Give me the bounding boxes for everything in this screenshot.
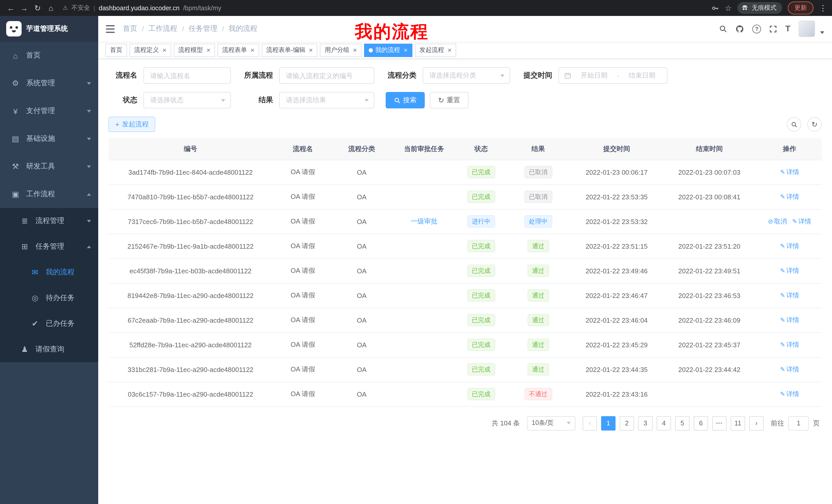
- help-icon[interactable]: ?: [752, 24, 761, 33]
- detail-link[interactable]: ✎详情: [780, 193, 799, 200]
- page-button-6[interactable]: 6: [694, 416, 708, 430]
- cell-category: OA: [333, 209, 390, 234]
- github-icon[interactable]: [735, 24, 744, 33]
- back-icon[interactable]: ←: [4, 1, 18, 15]
- incognito-badge[interactable]: 无痕模式: [737, 2, 782, 14]
- category-placeholder: 请选择流程分类: [430, 71, 476, 80]
- current-task-link[interactable]: 一级审批: [411, 217, 437, 225]
- page-button-1[interactable]: 1: [601, 416, 616, 430]
- tab-首页[interactable]: 首页: [105, 44, 127, 57]
- sidebar-item-任务管理[interactable]: ⊞任务管理: [0, 234, 98, 259]
- toolbar-search-icon[interactable]: [787, 117, 801, 132]
- tab-流程表单-编辑[interactable]: 流程表单-编辑×: [262, 44, 317, 57]
- more-pages-button[interactable]: •••: [712, 416, 727, 430]
- page-button-11[interactable]: 11: [731, 416, 745, 430]
- content: 流程名 所属流程 流程分类 请选择流程分类: [98, 59, 832, 504]
- tab-close-icon[interactable]: ×: [162, 47, 166, 53]
- toolbar-refresh-icon[interactable]: ↻: [807, 117, 822, 132]
- process-name-input[interactable]: [144, 67, 231, 84]
- result-select[interactable]: 请选择流结果: [279, 92, 374, 108]
- caret-down-icon[interactable]: [820, 31, 824, 34]
- tab-close-icon[interactable]: ×: [251, 47, 254, 53]
- breadcrumb-item[interactable]: 首页: [123, 24, 137, 33]
- prev-page-button[interactable]: ‹: [582, 416, 597, 430]
- page-button-3[interactable]: 3: [638, 416, 653, 430]
- key-icon[interactable]: [711, 4, 719, 12]
- logo-image: [6, 21, 22, 36]
- hamburger-icon[interactable]: [106, 25, 115, 33]
- sidebar-item-我的流程[interactable]: ✉我的流程: [0, 259, 98, 285]
- sidebar-item-支付管理[interactable]: ¥支付管理: [0, 97, 98, 125]
- detail-link[interactable]: ✎详情: [780, 291, 799, 299]
- sidebar-item-label: 支付管理: [26, 106, 55, 116]
- goto-page-input[interactable]: [788, 416, 809, 430]
- tab-流程表单[interactable]: 流程表单×: [217, 44, 259, 57]
- detail-link[interactable]: ✎详情: [780, 390, 799, 397]
- success-tag: 已完成: [467, 264, 495, 277]
- detail-link[interactable]: ✎详情: [780, 168, 799, 175]
- sidebar-item-已办任务[interactable]: ✔已办任务: [0, 311, 98, 337]
- update-button[interactable]: 更新: [788, 2, 813, 15]
- sidebar-item-研发工具[interactable]: ⚒研发工具: [0, 152, 98, 180]
- tab-用户分组[interactable]: 用户分组×: [320, 44, 362, 57]
- sidebar-item-首页[interactable]: ⌂首页: [0, 41, 98, 69]
- page-button-2[interactable]: 2: [620, 416, 634, 430]
- table-header-row: 编号流程名流程分类当前审批任务状态结果提交时间结束时间操作: [108, 138, 822, 160]
- reset-button[interactable]: ↻ 重置: [430, 92, 468, 108]
- submit-time-range-picker[interactable]: 开始日期 - 结束日期: [558, 67, 668, 84]
- header-search-icon[interactable]: [719, 25, 727, 33]
- cell-status: 已完成: [458, 308, 504, 332]
- goto-unit: 页: [813, 418, 820, 428]
- gear-icon: ⚙: [10, 79, 21, 88]
- next-page-button[interactable]: ›: [749, 416, 763, 430]
- page-button-4[interactable]: 4: [657, 416, 671, 430]
- sidebar-item-系统管理[interactable]: ⚙系统管理: [0, 69, 98, 97]
- avatar[interactable]: [799, 21, 815, 37]
- app-logo[interactable]: 芋道管理系统: [0, 16, 98, 41]
- tab-close-icon[interactable]: ×: [309, 47, 313, 53]
- tab-close-icon[interactable]: ×: [404, 47, 408, 53]
- fullscreen-icon[interactable]: [769, 25, 777, 33]
- sidebar-item-待办任务[interactable]: ◎待办任务: [0, 285, 98, 311]
- sidebar-item-基础设施[interactable]: ▤基础设施: [0, 125, 98, 152]
- bookmark-star-icon[interactable]: ☆: [725, 3, 732, 12]
- sidebar-item-流程管理[interactable]: ≣流程管理: [0, 208, 98, 234]
- detail-link[interactable]: ✎详情: [780, 242, 799, 249]
- detail-link[interactable]: ✎详情: [792, 218, 811, 225]
- search-button[interactable]: 搜索: [386, 92, 425, 108]
- cancel-link[interactable]: ⊘取消: [768, 218, 787, 225]
- sidebar: 芋道管理系统 ⌂首页⚙系统管理¥支付管理▤基础设施⚒研发工具▣工作流程≣流程管理…: [0, 16, 98, 504]
- breadcrumb-item[interactable]: 工作流程: [149, 24, 177, 33]
- tab-close-icon[interactable]: ×: [448, 47, 451, 53]
- tab-我的流程[interactable]: 我的流程×: [364, 44, 412, 57]
- reload-icon[interactable]: ↻: [31, 1, 44, 15]
- page-size-select[interactable]: 10条/页: [527, 416, 575, 430]
- sidebar-item-工作流程[interactable]: ▣工作流程: [0, 180, 98, 208]
- tab-流程模型[interactable]: 流程模型×: [174, 44, 215, 57]
- forward-icon[interactable]: →: [18, 1, 31, 15]
- detail-link[interactable]: ✎详情: [780, 366, 799, 373]
- tab-发起流程[interactable]: 发起流程×: [415, 44, 456, 57]
- detail-link[interactable]: ✎详情: [780, 316, 799, 324]
- address-bar[interactable]: ⚠ 不安全 | dashboard.yudao.iocoder.cn/bpm/t…: [63, 4, 711, 12]
- detail-link[interactable]: ✎详情: [780, 341, 799, 348]
- tab-label: 流程定义: [134, 46, 159, 54]
- browser-menu-icon[interactable]: ⋮: [819, 3, 827, 12]
- breadcrumb-item[interactable]: 我的流程: [229, 24, 257, 33]
- category-select[interactable]: 请选择流程分类: [423, 67, 510, 84]
- detail-link[interactable]: ✎详情: [780, 267, 799, 274]
- cell-category: OA: [333, 332, 390, 357]
- reset-button-label: 重置: [447, 95, 460, 105]
- status-select[interactable]: 请选择状态: [144, 92, 231, 108]
- owner-process-input[interactable]: [279, 67, 374, 84]
- tab-close-icon[interactable]: ×: [206, 47, 210, 53]
- tab-流程定义[interactable]: 流程定义×: [130, 44, 171, 57]
- cell-result: 通过: [504, 258, 572, 283]
- font-size-icon[interactable]: T: [785, 24, 790, 33]
- tab-close-icon[interactable]: ×: [353, 47, 357, 53]
- breadcrumb-item[interactable]: 任务管理: [189, 24, 217, 33]
- page-button-5[interactable]: 5: [675, 416, 690, 430]
- create-process-button[interactable]: + 发起流程: [108, 117, 155, 132]
- browser-home-icon[interactable]: ⌂: [44, 1, 58, 15]
- sidebar-item-请假查询[interactable]: ♟请假查询: [0, 337, 98, 362]
